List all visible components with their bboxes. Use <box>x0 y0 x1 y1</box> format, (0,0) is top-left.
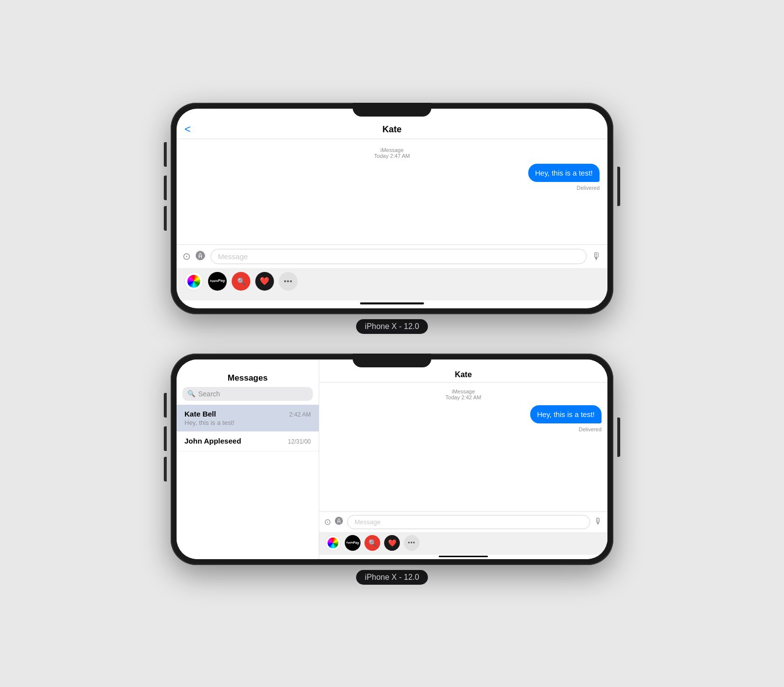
side-btn-left1 <box>164 142 167 167</box>
messages-header: Messages <box>177 359 319 387</box>
more-apps-icon[interactable]: ••• <box>279 272 298 291</box>
device-label2: iPhone X - 12.0 <box>356 570 428 585</box>
photos-app-icon[interactable] <box>184 272 203 291</box>
phone1-screen: < Kate iMessage Today 2:47 AM Hey, this … <box>177 109 607 308</box>
conversation-john[interactable]: John Appleseed 12/31/00 <box>177 432 319 451</box>
conversation-kate[interactable]: Kate Bell 2:42 AM Hey, this is a test! <box>177 405 319 432</box>
conversation-list: Kate Bell 2:42 AM Hey, this is a test! J… <box>177 405 319 559</box>
split-appstore-icon[interactable]: 🅐 <box>335 517 343 527</box>
search-icon: 🔍 <box>187 390 195 397</box>
search-app-icon[interactable]: 🔍 <box>232 272 250 291</box>
camera-icon[interactable]: ⊙ <box>182 250 191 262</box>
side-btn-left4 <box>164 393 167 418</box>
message-timestamp: iMessage Today 2:47 AM <box>184 147 600 159</box>
conv-time-kate: 2:42 AM <box>289 411 311 418</box>
split-input-area: ⊙ 🅐 Message 🎙 <box>319 511 607 532</box>
search-bar[interactable]: 🔍 Search <box>182 387 313 401</box>
message-input-area: ⊙ 🅐 Message 🎙 <box>177 244 607 268</box>
delivered-status: Delivered <box>184 185 600 191</box>
message-content: iMessage Today 2:47 AM Hey, this is a te… <box>177 139 607 244</box>
message-bubble: Hey, this is a test! <box>528 164 600 182</box>
split-home-indicator <box>439 556 488 557</box>
split-title: Kate <box>455 370 472 379</box>
notch2 <box>353 354 431 367</box>
message-bubble-row: Hey, this is a test! <box>184 164 600 182</box>
conv-name-john: John Appleseed <box>184 437 241 445</box>
side-btn-right2 <box>617 418 620 457</box>
side-btn-left2 <box>164 176 167 200</box>
split-bubble-row: Hey, this is a test! <box>325 405 602 423</box>
heart-app-icon[interactable]: ❤️ <box>255 272 274 291</box>
phone2-frame: Messages 🔍 Search Kate Bell 2:42 AM Hey,… <box>171 354 613 565</box>
search-placeholder: Search <box>198 390 220 398</box>
conv-time-john: 12/31/00 <box>288 438 311 445</box>
notch1 <box>353 103 431 117</box>
device-label1: iPhone X - 12.0 <box>356 319 428 334</box>
split-content: iMessage Today 2:42 AM Hey, this is a te… <box>319 383 607 511</box>
split-mic-icon[interactable]: 🎙 <box>594 517 603 527</box>
nav-title: Kate <box>184 124 600 135</box>
apple-pay-icon[interactable]: ApplePay <box>208 272 227 291</box>
apps-bar: ApplePay 🔍 ❤️ ••• <box>177 268 607 300</box>
split-timestamp: iMessage Today 2:42 AM <box>325 388 602 400</box>
message-input[interactable]: Message <box>211 249 587 264</box>
split-heart-icon[interactable]: ❤️ <box>384 535 400 551</box>
split-message-input[interactable]: Message <box>347 515 590 529</box>
side-btn-left3 <box>164 206 167 231</box>
split-photos-icon[interactable] <box>325 535 341 551</box>
side-btn-left6 <box>164 457 167 481</box>
split-search-icon[interactable]: 🔍 <box>364 535 380 551</box>
split-left-panel: Messages 🔍 Search Kate Bell 2:42 AM Hey,… <box>177 359 319 559</box>
phone1-frame: < Kate iMessage Today 2:47 AM Hey, this … <box>171 103 613 314</box>
conv-preview-kate: Hey, this is a test! <box>184 419 311 426</box>
split-delivered: Delivered <box>325 426 602 432</box>
split-more-icon[interactable]: ••• <box>404 535 420 551</box>
split-apps-bar: ApplePay 🔍 ❤️ ••• <box>319 532 607 555</box>
split-applepay-icon[interactable]: ApplePay <box>345 535 361 551</box>
split-right-panel: Kate iMessage Today 2:42 AM Hey, this is… <box>319 359 607 559</box>
side-btn-right1 <box>617 167 620 206</box>
conv-name-kate: Kate Bell <box>184 410 216 418</box>
appstore-icon[interactable]: 🅐 <box>196 251 206 262</box>
split-camera-icon[interactable]: ⊙ <box>324 517 331 527</box>
phone2-screen: Messages 🔍 Search Kate Bell 2:42 AM Hey,… <box>177 359 607 559</box>
home-indicator1 <box>360 302 424 304</box>
split-bubble: Hey, this is a test! <box>530 405 602 423</box>
microphone-icon[interactable]: 🎙 <box>592 251 602 262</box>
side-btn-left5 <box>164 426 167 451</box>
back-button[interactable]: < <box>184 123 191 136</box>
